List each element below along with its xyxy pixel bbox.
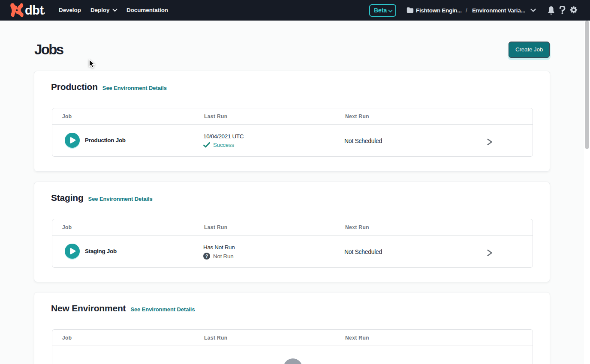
svg-text:?: ? (205, 254, 208, 259)
svg-text:?: ? (289, 361, 297, 364)
